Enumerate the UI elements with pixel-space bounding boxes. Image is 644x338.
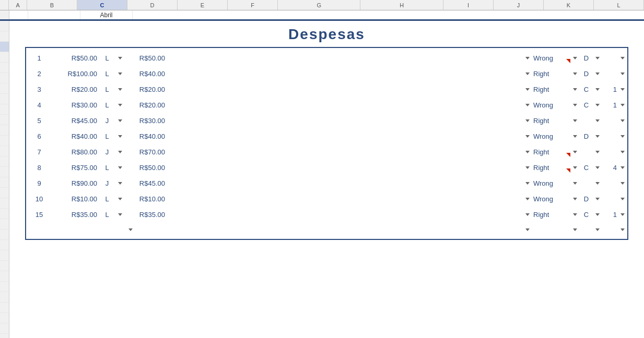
l-dropdown[interactable] (618, 88, 627, 91)
j-dropdown[interactable] (570, 198, 580, 200)
table-row: 3R$20.00LR$20.00RightC1 (26, 81, 627, 97)
rn-23 (0, 250, 9, 261)
amount1-cell: R$10.00 (52, 195, 99, 203)
k-dropdown[interactable] (593, 73, 602, 75)
letter-dropdown[interactable] (115, 198, 125, 200)
l-dropdown[interactable] (618, 119, 627, 122)
dropdown-arrow-i-bottom[interactable] (525, 228, 530, 231)
row-id: 9 (26, 179, 52, 187)
k-dropdown[interactable] (593, 88, 602, 91)
dropdown-arrow-l-bottom[interactable] (620, 228, 625, 231)
l-dropdown[interactable] (618, 151, 627, 153)
i-dropdown[interactable] (523, 119, 532, 122)
rn-22 (0, 240, 9, 250)
abril-cell: Abril (80, 10, 133, 19)
k-dropdown[interactable] (593, 119, 602, 122)
l-dropdown[interactable] (618, 198, 627, 200)
amount2-cell: R$50.00 (125, 54, 167, 62)
table-row: 10R$10.00LR$10.00WrongD (26, 191, 627, 207)
l-dropdown[interactable] (618, 182, 627, 185)
dropdown-arrow-bottom[interactable] (128, 228, 133, 231)
letter-dropdown[interactable] (115, 57, 125, 59)
i-dropdown[interactable] (523, 57, 532, 59)
i-dropdown[interactable] (523, 88, 532, 91)
table-row: 9R$90.00JR$45.00Wrong (26, 175, 627, 191)
table-row: 2R$100.00LR$40.00RightD (26, 66, 627, 81)
l-dropdown[interactable] (618, 104, 627, 106)
main-area: Despesas 1R$50.00LR$50.00WrongD2R$100.00… (0, 21, 644, 338)
l-dropdown[interactable] (618, 166, 627, 169)
letter-cell: J (99, 179, 115, 187)
k-dropdown[interactable] (593, 166, 602, 169)
k-dropdown[interactable] (593, 151, 602, 153)
i-dropdown[interactable] (523, 104, 532, 106)
j-dropdown[interactable] (570, 57, 580, 59)
k-dropdown[interactable] (593, 57, 602, 59)
j-dropdown[interactable] (570, 73, 580, 75)
k-dropdown[interactable] (593, 213, 602, 216)
rn-27 (0, 292, 9, 303)
l-dropdown[interactable] (618, 213, 627, 216)
letter-dropdown[interactable] (115, 151, 125, 153)
letter-dropdown[interactable] (115, 104, 125, 106)
data-rows: 1R$50.00LR$50.00WrongD2R$100.00LR$40.00R… (26, 50, 627, 222)
rn-10 (0, 115, 9, 125)
letter-dropdown[interactable] (115, 119, 125, 122)
rn-8 (0, 94, 9, 104)
i-dropdown[interactable] (523, 213, 532, 216)
rn-15 (0, 167, 9, 177)
letter-cell: L (99, 132, 115, 140)
j-dropdown[interactable] (570, 135, 580, 138)
k-dropdown[interactable] (593, 135, 602, 138)
i-dropdown[interactable] (523, 166, 532, 169)
letter-dropdown[interactable] (115, 73, 125, 75)
letter-dropdown[interactable] (115, 166, 125, 169)
j-dropdown[interactable] (570, 88, 580, 91)
j-dropdown[interactable] (570, 182, 580, 185)
i-dropdown[interactable] (523, 135, 532, 138)
dropdown-arrow-j-bottom[interactable] (573, 228, 577, 231)
sheet-title: Despesas (288, 26, 365, 42)
amount2-cell: R$20.00 (125, 86, 167, 93)
rn-1 (0, 21, 9, 31)
rn-17 (0, 188, 9, 198)
dropdown-arrow-k-bottom[interactable] (595, 228, 600, 231)
status-cell: Wrong (532, 132, 561, 140)
i-dropdown[interactable] (523, 151, 532, 153)
k-dropdown[interactable] (593, 198, 602, 200)
row-id: 3 (26, 86, 52, 93)
l-dropdown[interactable] (618, 57, 627, 59)
amount1-cell: R$90.00 (52, 179, 99, 187)
status-cell: Right (532, 86, 561, 93)
j-dropdown[interactable] (570, 166, 580, 169)
letter-dropdown[interactable] (115, 88, 125, 91)
k-dropdown[interactable] (593, 182, 602, 185)
j-dropdown[interactable] (570, 151, 580, 153)
row-id: 7 (26, 148, 52, 156)
status-cell: Wrong (532, 54, 561, 62)
rn-5 (0, 63, 9, 73)
rn-21 (0, 230, 9, 240)
i-dropdown[interactable] (523, 182, 532, 185)
k-dropdown[interactable] (593, 104, 602, 106)
amount1-cell: R$75.00 (52, 164, 99, 172)
letter-dropdown[interactable] (115, 182, 125, 185)
letter-dropdown[interactable] (115, 213, 125, 216)
i-dropdown[interactable] (523, 73, 532, 75)
l-dropdown[interactable] (618, 73, 627, 75)
amount1-cell: R$35.00 (52, 211, 99, 219)
bottom-empty-row (26, 222, 627, 237)
i-dropdown[interactable] (523, 198, 532, 200)
row-id: 8 (26, 164, 52, 172)
row-id: 2 (26, 70, 52, 78)
row-id: 6 (26, 132, 52, 140)
letter-cell: J (99, 117, 115, 125)
j-dropdown[interactable] (570, 104, 580, 106)
letter-dropdown[interactable] (115, 135, 125, 138)
j-dropdown[interactable] (570, 213, 580, 216)
category-cell: C (580, 164, 593, 172)
j-dropdown[interactable] (570, 119, 580, 122)
letter-cell: L (99, 164, 115, 172)
category-cell: D (580, 132, 593, 140)
l-dropdown[interactable] (618, 135, 627, 138)
